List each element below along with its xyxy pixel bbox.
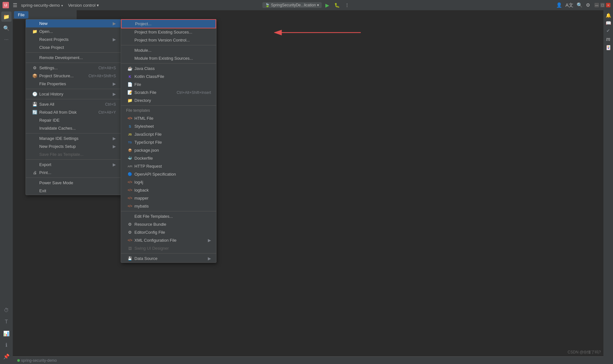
settings-menu-icon: ⚙ <box>32 65 37 70</box>
right-sidebar-notifications[interactable]: 🔔 <box>606 13 611 18</box>
file-menu-reload[interactable]: 🔄 Reload All from Disk Ctrl+Alt+Y <box>26 108 121 116</box>
directory-icon: 📁 <box>127 98 132 103</box>
new-mybatis[interactable]: </> mybatis <box>121 202 216 210</box>
run-button[interactable]: ▶ <box>324 2 330 8</box>
file-templates-header: File templates <box>121 107 216 114</box>
maximize-button[interactable]: ☐ <box>600 3 605 7</box>
new-project-existing[interactable]: Project from Existing Sources... <box>121 28 216 36</box>
menu-area: File New ▶ 📁 Open... Recent Projects ▶ C… <box>13 10 603 364</box>
reload-icon: 🔄 <box>32 110 37 115</box>
git-branch[interactable]: spring-security-demo <box>15 358 59 363</box>
file-menu-recent[interactable]: Recent Projects ▶ <box>26 35 121 43</box>
file-menu-open[interactable]: 📁 Open... <box>26 27 121 35</box>
editorconfig-icon: ⚙ <box>127 230 132 235</box>
project-name[interactable]: spring-security-demo ▾ <box>21 3 63 8</box>
html-icon: </> <box>127 117 132 120</box>
file-menu-exit[interactable]: Exit <box>26 187 121 195</box>
scratch-icon: 📝 <box>127 90 132 95</box>
new-data-source[interactable]: 💾 Data Source ▶ <box>121 254 216 262</box>
xml-icon: </> <box>127 180 132 184</box>
new-js-file[interactable]: JS JavaScript File <box>121 130 216 138</box>
file-menu-new[interactable]: New ▶ <box>26 19 121 27</box>
new-dockerfile[interactable]: 🐳 Dockerfile <box>121 154 216 162</box>
swing-icon: 🖼 <box>127 246 132 250</box>
titlebar: IJ ☰ spring-security-demo ▾ Version cont… <box>0 0 613 10</box>
settings-icon[interactable]: ⚙ <box>585 2 591 8</box>
file-menu-save-all[interactable]: 💾 Save All Ctrl+S <box>26 100 121 108</box>
sidebar-icon-info[interactable]: ℹ <box>1 340 11 350</box>
minimize-button[interactable]: — <box>594 3 599 7</box>
file-menu-power-save[interactable]: Power Save Mode <box>26 179 121 187</box>
new-xml-config[interactable]: </> XML Configuration File ▶ <box>121 236 216 244</box>
new-java-class[interactable]: ☕ Java Class <box>121 64 216 72</box>
npm-icon: 📦 <box>127 148 132 152</box>
new-module[interactable]: Module... <box>121 46 216 54</box>
new-resource-bundle[interactable]: ⚙ Resource Bundle <box>121 220 216 228</box>
file-menu-manage-ide[interactable]: Manage IDE Settings ▶ <box>26 134 121 142</box>
sidebar-icon-more[interactable]: ··· <box>1 34 11 45</box>
new-ts-file[interactable]: TS TypeScript File <box>121 138 216 146</box>
new-mapper[interactable]: </> mapper <box>121 194 216 202</box>
file-menu-settings[interactable]: ⚙ Settings... Ctrl+Alt+S <box>26 64 121 72</box>
new-project-item[interactable]: Project... <box>122 20 216 28</box>
right-sidebar-tasks[interactable]: ✔ <box>606 28 610 33</box>
version-control-button[interactable]: Version control ▾ <box>68 3 99 8</box>
hamburger-menu[interactable]: ☰ <box>11 2 19 8</box>
file-menu-remote[interactable]: Remote Development... <box>26 54 121 62</box>
file-menu-file-properties[interactable]: File Properties ▶ <box>26 80 121 88</box>
save-icon: 💾 <box>32 102 37 107</box>
profile-icon[interactable]: 👤 <box>556 2 563 8</box>
file-icon: 📄 <box>127 82 132 87</box>
new-package-json[interactable]: 📦 package.json <box>121 146 216 154</box>
close-button[interactable]: ✕ <box>606 3 610 7</box>
file-menu-repair[interactable]: Repair IDE <box>26 116 121 124</box>
new-html-file[interactable]: </> HTML File <box>121 114 216 122</box>
search-everywhere-icon[interactable]: 🔍 <box>576 2 583 8</box>
new-http-request[interactable]: API HTTP Request <box>121 162 216 170</box>
edit-file-templates[interactable]: Edit File Templates... <box>121 212 216 220</box>
file-menu-export[interactable]: Export ▶ <box>26 161 121 169</box>
sidebar-icon-search[interactable]: 🔍 <box>1 23 11 33</box>
sidebar-icon-folder[interactable]: 📁 <box>1 11 11 22</box>
open-icon: 📁 <box>32 29 37 34</box>
resource-icon: ⚙ <box>127 222 132 227</box>
new-kotlin-class[interactable]: K Kotlin Class/File <box>121 72 216 80</box>
sidebar-icon-text[interactable]: T <box>1 317 11 327</box>
file-dropdown: New ▶ 📁 Open... Recent Projects ▶ Close … <box>26 19 121 195</box>
js-icon: JS <box>127 133 132 136</box>
debug-button[interactable]: 🐛 <box>333 3 341 8</box>
new-openapi[interactable]: 🔵 OpenAPI Specification <box>121 170 216 178</box>
new-scratch-file[interactable]: 📝 Scratch File Ctrl+Alt+Shift+Insert <box>121 88 216 96</box>
menubar: File <box>13 10 77 19</box>
new-project-vcs[interactable]: Project from Version Control... <box>121 36 216 44</box>
menu-file[interactable]: File <box>14 11 28 19</box>
java-icon: ☕ <box>127 66 132 71</box>
new-directory[interactable]: 📁 Directory <box>121 96 216 104</box>
file-menu-close[interactable]: Close Project <box>26 43 121 51</box>
project-structure-icon: 📦 <box>32 73 37 78</box>
new-editor-config[interactable]: ⚙ EditorConfig File <box>121 228 216 236</box>
new-module-existing[interactable]: Module from Existing Sources... <box>121 54 216 62</box>
right-sidebar-docs[interactable]: 📖 <box>606 20 611 26</box>
new-stylesheet[interactable]: S Stylesheet <box>121 122 216 130</box>
file-menu-new-projects[interactable]: New Projects Setup ▶ <box>26 142 121 150</box>
file-menu-project-structure[interactable]: 📦 Project Structure... Ctrl+Alt+Shift+S <box>26 72 121 80</box>
sidebar-icon-chart[interactable]: 📊 <box>1 328 11 338</box>
new-logback[interactable]: </> logback <box>121 186 216 194</box>
app-logo: IJ <box>3 2 9 8</box>
right-sidebar-editor[interactable]: m <box>606 36 610 42</box>
translate-icon[interactable]: A文 <box>565 2 574 8</box>
sidebar-icon-pin[interactable]: 📌 <box>1 351 11 361</box>
new-log4j[interactable]: </> log4j <box>121 178 216 186</box>
file-menu-invalidate[interactable]: Invalidate Caches... <box>26 124 121 132</box>
sidebar-icon-timer[interactable]: ⏱ <box>1 305 11 315</box>
file-menu-local-history[interactable]: 🕐 Local History ▶ <box>26 90 121 98</box>
http-icon: API <box>127 165 132 168</box>
run-config-selector[interactable]: 🍃 SpringSecurityDe...lication ▾ <box>262 2 322 8</box>
file-menu-print[interactable]: 🖨 Print... <box>26 169 121 177</box>
left-sidebar: 📁 🔍 ··· ⏱ T 📊 ℹ 📌 <box>0 10 13 364</box>
right-sidebar-card[interactable]: 🃏 <box>606 45 611 50</box>
more-actions-button[interactable]: ⋮ <box>344 3 351 8</box>
new-file[interactable]: 📄 File <box>121 80 216 88</box>
kotlin-icon: K <box>127 75 132 79</box>
